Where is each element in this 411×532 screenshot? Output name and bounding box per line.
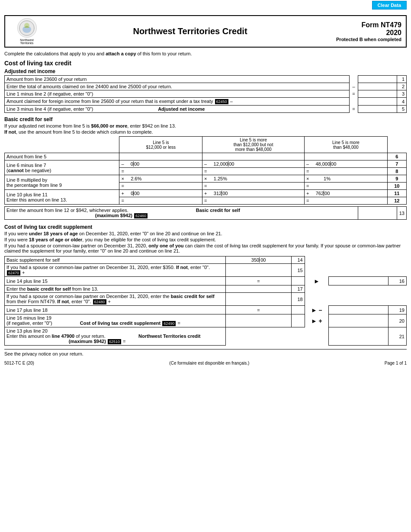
line-5-input[interactable] [358,106,397,113]
bc-plus-col2-eq[interactable]: = [202,197,305,205]
line-16-input[interactable] [329,277,389,285]
bc-line12-col3-field[interactable] [309,198,372,203]
line-13-input[interactable] [358,207,397,220]
field-code-62470: 62470 [7,270,20,276]
bc-minus-col3-op: – 48,00000 [305,160,388,168]
line-14-value: 35000 [225,256,291,264]
line-21-input[interactable] [329,327,389,346]
bc-minus-col2-eq[interactable]: = [202,168,305,175]
line-19-row: Line 17 plus line 18 = ► – 19 [5,306,407,314]
line-21-field[interactable] [331,334,386,339]
line-5-desc: Line 3 minus line 4 (if negative, enter … [5,106,350,113]
line-18-input[interactable] [225,293,291,306]
bc-amount-col1-field[interactable] [121,154,200,159]
line-5-field[interactable] [360,106,395,112]
bc-amount-col1[interactable] [119,153,202,160]
bc-line10-col3-field[interactable] [309,183,372,189]
line-20-result-field[interactable] [331,318,386,324]
line-16-field[interactable] [331,279,386,284]
bc-line7-num: 7 [387,160,406,168]
line-19-input[interactable] [329,306,389,314]
line-1-field[interactable] [360,77,395,82]
line-2-desc: Enter the total of amounts claimed on li… [5,83,350,90]
form-content: Complete the calculations that apply to … [4,51,407,356]
line-15-field[interactable] [228,268,289,273]
line-15-spacer [305,264,328,277]
bc-mult-col1-eq[interactable]: = [119,183,202,190]
supplement-lines-table: Basic supplement for self 35000 14 If yo… [4,256,407,346]
line-13-desc: Enter the amount from line 12 or $942, w… [5,207,358,220]
line-3-input[interactable] [358,90,397,98]
line-4-field[interactable] [360,99,395,104]
line-16-eq: = [225,277,291,285]
line-5-operator: = [350,106,358,113]
line-21-num: 21 [389,327,407,346]
bc-plus-col2-val: + 31200 [202,190,305,197]
line-16-num [292,277,305,285]
line-4-input[interactable] [358,98,397,106]
line-17-input[interactable] [225,285,291,293]
supplement-para2: If you were 18 years of age or older, yo… [4,237,407,242]
bc-row-minus: Line 6 minus line 7(cannot be negative) … [5,160,407,168]
bc-mult-col3-eq[interactable]: = [305,183,388,190]
bc-line10-col1-field[interactable] [124,183,187,189]
bc-plus-col3-eq[interactable]: = [305,197,388,205]
bc-minus-col3-eq[interactable]: = [305,168,388,175]
line-20-num [292,314,305,327]
logo-text: Northwest Territories [20,38,34,45]
line-20-result[interactable] [329,314,389,327]
line-13-field[interactable] [360,211,395,216]
bc-col2-header: Line 5 is morethan $12,000 but notmore t… [202,137,305,153]
bc-amount-col2[interactable] [202,153,305,160]
bc-line12-col1-field[interactable] [124,198,187,203]
line-19-field[interactable] [331,308,386,313]
line-1-row: Amount from line 23600 of your return 1 [5,76,407,83]
line-19-eq: = [225,306,291,314]
field-code-62450: 62450 [215,99,228,104]
footer-left: 5012-TC E (20) [4,361,34,365]
bc-line9-num: 9 [387,175,406,183]
bc-line8-col3-field[interactable] [309,169,372,174]
line-18-spacer3 [389,293,407,306]
bc-line10-col2-field[interactable] [207,183,286,189]
line-18-field[interactable] [228,297,289,302]
bc-amount-col3[interactable] [305,153,388,160]
line-17-num: 17 [292,285,305,293]
line-19-num2: 19 [389,306,407,314]
line-3-field[interactable] [360,91,395,96]
supplement-title: Cost of living tax credit supplement [4,224,407,230]
field-code-62460: 62460 [134,213,148,218]
logo-icon [17,18,37,38]
line-17-field[interactable] [228,286,289,292]
bc-line8-col2-field[interactable] [207,169,286,174]
line-17-spacer3 [389,285,407,293]
bc-line8-col1-field[interactable] [124,169,187,174]
bc-plus-col1-eq[interactable]: = [119,197,202,205]
line-16-desc: Line 14 plus line 15 [5,277,226,285]
bc-amount-col3-field[interactable] [306,154,385,159]
line-2-input[interactable] [358,83,397,90]
line-1-input[interactable] [358,76,397,83]
clear-data-button[interactable]: Clear Data [372,1,407,10]
line-20-field[interactable] [228,318,289,324]
line-17-row: Enter the basic credit for self from lin… [5,285,407,293]
bc-line6-num: 6 [387,153,406,160]
line-18-spacer2 [329,293,389,306]
line-13-num: 13 [397,207,407,220]
form-number: Form NT479 [336,21,401,29]
line-2-field[interactable] [360,84,395,89]
bc-col3-header: Line 5 is morethan $48,000 [305,137,388,153]
line-20-input[interactable] [225,314,291,327]
bc-minus-col1-op: – 000 [119,160,202,168]
logo-area: Northwest Territories [10,18,44,45]
supplement-para1: If you were under 18 years of age on Dec… [4,231,407,236]
line-15-desc: If you had a spouse or common-law partne… [5,264,226,277]
bc-line12-col2-field[interactable] [207,198,286,203]
field-code-62490: 62490 [162,321,176,326]
bc-mult-col2-eq[interactable]: = [202,183,305,190]
bc-minus-col1-eq[interactable]: = [119,168,202,175]
line-15-input[interactable] [225,264,291,277]
footer-right: Page 1 of 1 [385,361,407,365]
bc-amount-col2-field[interactable] [204,154,302,159]
line-3-desc: Line 1 minus line 2 (if negative, enter … [5,90,350,98]
